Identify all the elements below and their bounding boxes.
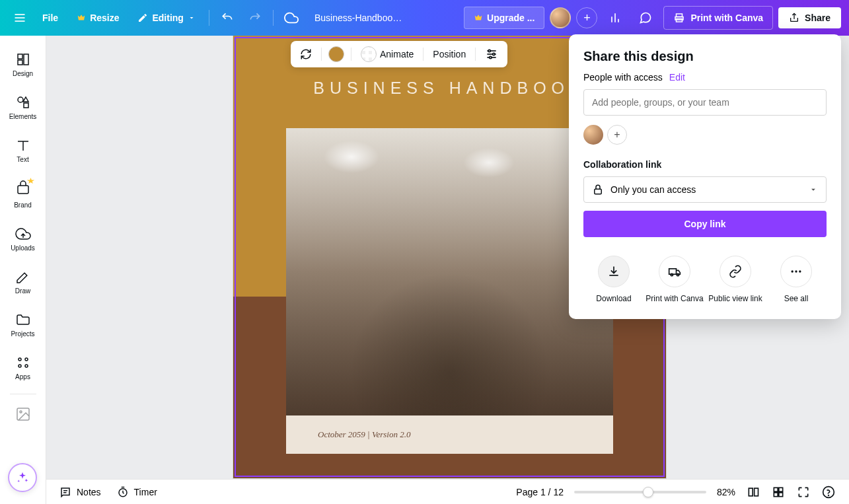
sidebar-item-label: Apps (15, 373, 30, 380)
notes-button[interactable]: Notes (59, 486, 101, 498)
svg-point-18 (25, 365, 28, 367)
regenerate-button[interactable] (297, 46, 314, 63)
doc-title[interactable]: Business-Handbook-... (307, 13, 412, 23)
resize-button[interactable]: Resize (69, 7, 127, 28)
zoom-slider[interactable] (574, 491, 706, 493)
position-button[interactable]: Position (430, 46, 468, 62)
fullscreen-button[interactable] (796, 485, 811, 499)
design-icon (15, 52, 31, 67)
file-menu[interactable]: File (34, 7, 66, 28)
zoom-value[interactable]: 82% (717, 487, 735, 497)
share-button[interactable]: Share (778, 7, 841, 28)
copy-link-button[interactable]: Copy link (583, 211, 827, 237)
print-action[interactable]: Print with Canva (645, 256, 704, 305)
sidebar-divider (10, 394, 36, 394)
select-left: Only you can access (592, 184, 696, 196)
element-toolbar: Animate Position (291, 41, 507, 67)
sidebar-item-apps[interactable]: Apps (0, 347, 46, 390)
sidebar-item-design[interactable]: Design (0, 44, 46, 87)
page-hero-image[interactable] (286, 128, 613, 415)
animate-button[interactable]: Animate (358, 44, 416, 65)
main-menu-button[interactable] (8, 6, 32, 30)
timer-button[interactable]: Timer (117, 486, 157, 498)
upgrade-label: Upgrade ... (487, 13, 535, 23)
brand-icon-wrap (15, 180, 31, 199)
add-person-button[interactable]: + (607, 125, 627, 145)
svg-rect-27 (595, 189, 602, 194)
brand-icon (15, 180, 31, 196)
link-icon-wrap (720, 256, 751, 287)
fill-color-button[interactable] (328, 46, 344, 62)
add-collaborator-button[interactable]: + (576, 7, 597, 28)
editing-label: Editing (152, 13, 183, 23)
dots-icon (790, 265, 803, 278)
more-options-button[interactable] (482, 45, 501, 63)
svg-rect-40 (779, 487, 783, 491)
page-caption[interactable]: October 2059 | Version 2.0 (286, 415, 613, 454)
help-button[interactable] (821, 485, 836, 499)
download-icon-wrap (598, 256, 630, 287)
redo-icon (248, 11, 262, 24)
left-sidebar: Design Elements Text Brand Uploads Draw … (0, 36, 46, 504)
cloud-sync-button[interactable] (279, 5, 304, 30)
elements-icon (15, 94, 31, 110)
svg-point-32 (795, 270, 797, 272)
toolbar-divider (475, 48, 476, 61)
sliders-icon (485, 48, 498, 61)
crown-icon (474, 13, 483, 22)
page-indicator[interactable]: Page 1 / 12 (516, 487, 564, 497)
svg-point-25 (493, 53, 495, 55)
redo-button[interactable] (242, 5, 268, 30)
comments-button[interactable] (633, 5, 658, 30)
file-label: File (42, 13, 58, 23)
sidebar-item-brand[interactable]: Brand (0, 172, 46, 218)
sidebar-item-photos[interactable] (0, 398, 46, 431)
person-avatar[interactable] (583, 125, 603, 145)
grid-view-button[interactable] (771, 485, 786, 499)
download-icon (607, 265, 620, 278)
sidebar-item-elements[interactable]: Elements (0, 87, 46, 129)
truck-icon (668, 265, 681, 278)
print-with-canva-button[interactable]: Print with Canva (663, 6, 773, 30)
svg-point-24 (488, 50, 490, 52)
download-action[interactable]: Download (584, 256, 644, 305)
edit-access-link[interactable]: Edit (669, 72, 685, 83)
public-link-action[interactable]: Public view link (706, 256, 765, 305)
svg-rect-42 (779, 492, 783, 496)
page-view-icon (747, 486, 760, 499)
svg-rect-38 (755, 488, 758, 496)
topbar-divider (209, 10, 209, 26)
sidebar-item-text[interactable]: Text (0, 129, 46, 172)
svg-point-26 (490, 56, 492, 58)
image-icon (15, 406, 31, 422)
toolbar-divider (321, 48, 322, 61)
editing-mode-button[interactable]: Editing (129, 7, 203, 28)
uploads-icon (15, 226, 31, 242)
svg-point-12 (18, 97, 23, 102)
magic-button[interactable] (8, 463, 37, 492)
toolbar-divider (351, 48, 351, 61)
insights-button[interactable] (603, 5, 628, 30)
action-label: Print with Canva (646, 294, 703, 305)
chevron-down-icon (809, 185, 818, 194)
sidebar-item-label: Draw (15, 287, 30, 295)
zoom-handle[interactable] (643, 487, 653, 497)
upgrade-button[interactable]: Upgrade ... (464, 7, 544, 29)
svg-rect-13 (24, 103, 28, 108)
draw-icon (15, 269, 31, 285)
svg-point-20 (20, 411, 22, 413)
animate-icon (361, 46, 377, 62)
sidebar-item-uploads[interactable]: Uploads (0, 218, 46, 261)
cycle-icon (300, 48, 312, 60)
svg-point-17 (18, 365, 21, 367)
add-people-input[interactable] (583, 89, 827, 116)
undo-button[interactable] (215, 5, 240, 30)
timer-icon (117, 486, 129, 498)
page-view-button[interactable] (746, 485, 760, 499)
sidebar-item-projects[interactable]: Projects (0, 304, 46, 347)
link-access-select[interactable]: Only you can access (583, 176, 827, 203)
animate-label: Animate (380, 49, 414, 59)
user-avatar[interactable] (550, 7, 571, 28)
sidebar-item-draw[interactable]: Draw (0, 261, 46, 304)
see-all-action[interactable]: See all (766, 256, 826, 305)
